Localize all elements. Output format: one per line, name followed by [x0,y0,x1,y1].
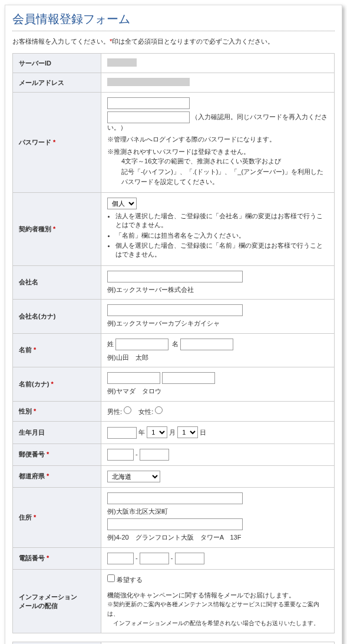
label-contract-type: 契約者種別 * [13,192,101,265]
cell-gender: 男性: 女性: [101,401,335,421]
female-radio[interactable] [155,406,163,414]
cell-contract-type: 個人 法人を選択した場合、ご登録後に「会社名」欄の変更はお客様で行うことはできま… [101,192,335,265]
cell-info-mail: 希望する 機能強化やキャンペーンに関する情報をメールでお届けします。 ※契約更新… [101,569,335,633]
label-info-mail: インフォメーションメールの配信 [13,569,101,633]
company-kana-input[interactable] [107,304,243,316]
label-address: 住所 * [13,487,101,547]
cell-name: 姓 名 例)山田 太郎 [101,333,335,367]
postal2-input[interactable] [140,449,169,461]
birth-day-select[interactable]: 1 [177,426,198,438]
phone3-input[interactable] [175,553,204,564]
intro-text: お客様情報を入力してください。*印は全て必須項目となりますので必ずご入力ください… [12,37,335,46]
password-input[interactable] [107,97,190,109]
info-mail-note1: ※契約更新のご案内や各種メンテナンス情報などサービスに関する重要なご案内は、 [107,600,328,619]
label-name-kana: 名前(カナ) * [13,367,101,402]
female-label: 女性: [138,408,153,415]
label-server-id: サーバーID [13,54,101,73]
label-postal: 郵便番号 * [13,443,101,465]
name-example: 例)山田 太郎 [107,353,328,363]
address2-example: 例)4-20 グランフロント大阪 タワーA 13F [107,533,328,543]
password-guidance: 4文字～16文字の範囲で、推測されにくい英数字および 記号「-(ハイフン)」、「… [107,156,328,188]
cell-birth: 年 1 月 1 日 [101,421,335,443]
cell-company: 例)エックスサーバー株式会社 [101,265,335,300]
company-input[interactable] [107,271,243,282]
label-company: 会社名 [13,265,101,300]
mei-label: 名 [172,340,179,347]
form-container: 会員情報登録フォーム お客様情報を入力してください。*印は全て必須項目となります… [5,5,342,644]
email-value [107,78,190,86]
sei-kana-input[interactable] [107,372,160,384]
registration-form-table: サーバーID メールアドレス パスワード * （入力確認用。同じパスワードを再入… [12,53,335,633]
page-title: 会員情報登録フォーム [12,11,335,31]
cell-pref: 北海道 [101,465,335,487]
info-mail-desc: 機能強化やキャンペーンに関する情報をメールでお届けします。 [107,590,328,600]
postal1-input[interactable] [107,449,134,461]
birth-year-input[interactable] [107,427,137,439]
cell-company-kana: 例)エックスサーバーカブシキガイシャ [101,300,335,334]
address1-example: 例)大阪市北区大深町 [107,507,328,517]
cell-email [101,73,335,93]
cell-server-id [101,54,335,73]
sei-label: 姓 [107,340,114,347]
sei-input[interactable] [115,339,168,350]
label-name: 名前 * [13,333,101,367]
cell-phone: - - [101,547,335,569]
phone2-input[interactable] [140,553,169,564]
contract-type-select[interactable]: 個人 [107,198,137,209]
label-password: パスワード * [13,93,101,193]
label-company-kana: 会社名(カナ) [13,300,101,334]
password-note2: ※推測されやすいパスワードは登録できません。 [107,147,328,157]
label-email: メールアドレス [13,73,101,93]
birth-month-select[interactable]: 1 [147,426,167,438]
password-confirm-input[interactable] [107,111,190,123]
server-id-table: サーバーID [12,642,335,644]
info-mail-checkbox[interactable] [107,574,115,582]
cell-postal: - [101,443,335,465]
company-example: 例)エックスサーバー株式会社 [107,285,328,295]
cell-address: 例)大阪市北区大深町 例)4-20 グランフロント大阪 タワーA 13F [101,487,335,547]
name-kana-example: 例)ヤマダ タロウ [107,386,328,396]
server-id-value [107,58,137,67]
mei-input[interactable] [180,339,233,350]
label-phone: 電話番号 * [13,547,101,569]
label-birth: 生年月日 [13,421,101,443]
info-mail-note2: インフォメーションメールの配信を希望されない場合でもお送りいたします。 [107,619,328,628]
male-radio[interactable] [124,406,131,414]
label-gender: 性別 * [13,401,101,421]
mei-kana-input[interactable] [162,372,215,384]
address2-input[interactable] [107,518,243,530]
cell-password: （入力確認用。同じパスワードを再入力ください。） ※管理パネルへログインする際の… [101,93,335,193]
pref-select[interactable]: 北海道 [107,471,160,482]
cell-name-kana: 例)ヤマダ タロウ [101,367,335,402]
address1-input[interactable] [107,492,243,504]
contract-notes: 法人を選択した場合、ご登録後に「会社名」欄の変更はお客様で行うことはできません。… [107,212,328,259]
label-pref: 都道府県 * [13,465,101,487]
password-note1: ※管理パネルへログインする際のパスワードになります。 [107,134,328,144]
phone1-input[interactable] [107,553,134,564]
company-kana-example: 例)エックスサーバーカブシキガイシャ [107,318,328,328]
male-label: 男性: [107,408,122,415]
